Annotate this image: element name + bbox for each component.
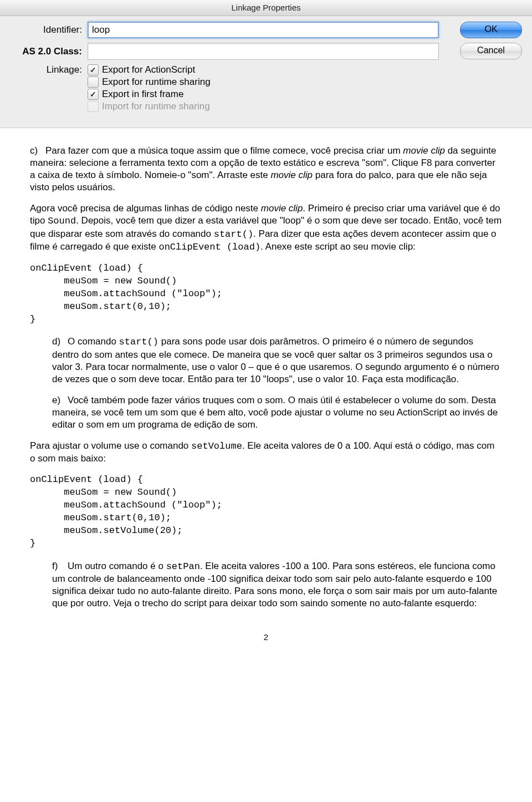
ok-button[interactable]: OK — [460, 22, 522, 38]
checkmark-icon: ✓ — [90, 66, 96, 74]
checkbox-export-actionscript[interactable]: ✓ — [88, 64, 99, 75]
checkbox-label: Export for ActionScript — [102, 64, 195, 75]
code-block-1: onClipEvent (load) { meuSom = new Sound(… — [30, 262, 502, 326]
paragraph: Agora você precisa de algumas linhas de … — [30, 202, 502, 253]
checkbox-label: Import for runtime sharing — [102, 101, 210, 112]
item-f: f)Um outro comando é o setPan. Ele aceit… — [52, 560, 502, 610]
identifier-label: Identifier: — [10, 24, 88, 35]
code-block-2: onClipEvent (load) { meuSom = new Sound(… — [30, 474, 502, 550]
asclass-label: AS 2.0 Class: — [10, 46, 88, 57]
cancel-button[interactable]: Cancel — [460, 43, 522, 59]
dialog-body: Identifier: AS 2.0 Class: Linkage: ✓ Exp… — [0, 16, 532, 128]
identifier-input[interactable] — [88, 22, 439, 38]
dialog-title: Linkage Properties — [231, 3, 300, 12]
linkage-label: Linkage: — [10, 64, 88, 75]
item-c: c)Para fazer com que a música toque assi… — [30, 145, 502, 194]
document-page: Linkage Properties Identifier: AS 2.0 Cl… — [0, 0, 532, 665]
page-number: 2 — [30, 632, 502, 643]
item-d: d)O comando start() para sons pode usar … — [52, 336, 502, 385]
dialog-titlebar: Linkage Properties — [0, 0, 532, 16]
checkbox-label: Export in first frame — [102, 89, 183, 100]
checkbox-import-runtime — [88, 101, 99, 112]
document-body: c)Para fazer com que a música toque assi… — [0, 128, 532, 665]
item-e: e)Você também pode fazer vários truques … — [52, 394, 502, 431]
checkbox-export-runtime[interactable] — [88, 77, 99, 88]
paragraph: Para ajustar o volume use o comando setV… — [30, 440, 502, 465]
asclass-input[interactable] — [88, 43, 439, 60]
checkbox-export-first-frame[interactable]: ✓ — [88, 89, 99, 100]
linkage-dialog: Linkage Properties Identifier: AS 2.0 Cl… — [0, 0, 532, 128]
checkbox-label: Export for runtime sharing — [102, 77, 211, 88]
checkmark-icon: ✓ — [90, 90, 96, 98]
